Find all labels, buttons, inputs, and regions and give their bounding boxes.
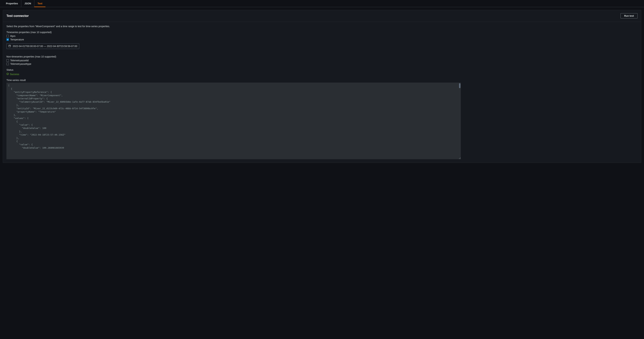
panel-header: Test connector Run test [3, 10, 641, 22]
checkbox-temperature-row[interactable]: Temperature [6, 38, 638, 41]
success-icon [6, 73, 9, 76]
run-test-button[interactable]: Run test [620, 13, 638, 18]
non-timeseries-group: Non-timeseries properties (max 10 suppor… [6, 55, 638, 65]
resize-handle-icon[interactable] [458, 157, 461, 159]
result-textarea[interactable]: [ { "entityPropertyReference": { "compon… [6, 82, 461, 159]
tab-test[interactable]: Test [34, 0, 46, 7]
svg-line-7 [460, 159, 460, 159]
checkbox-rpm[interactable] [6, 35, 9, 37]
timeseries-group: Timeseries properties (max 10 supported)… [6, 31, 638, 52]
status-label: Status [6, 68, 638, 71]
checkbox-temperature[interactable] [6, 38, 9, 41]
date-range-picker[interactable]: 2022-04-01T00:00:00-07:00 — 2022-04-30T2… [6, 44, 79, 49]
panel-title: Test connector [6, 14, 29, 18]
tab-json[interactable]: JSON [21, 0, 34, 7]
tabs-bar: Properties JSON Test [0, 0, 644, 7]
checkbox-temperature-label: Temperature [10, 38, 24, 41]
panel-body: Select the properties from "MixerCompone… [3, 22, 641, 163]
tab-properties[interactable]: Properties [3, 0, 21, 7]
checkbox-rpm-row[interactable]: Rpm [6, 35, 638, 38]
checkbox-telemetryassettype[interactable] [6, 63, 9, 65]
checkbox-rpm-label: Rpm [10, 35, 16, 38]
result-group: Time-series result [ { "entityPropertyRe… [6, 79, 638, 159]
calendar-icon [8, 44, 11, 48]
non-timeseries-label: Non-timeseries properties (max 10 suppor… [6, 55, 638, 58]
checkbox-telemetryassetid[interactable] [6, 59, 9, 62]
date-range-value: 2022-04-01T00:00:00-07:00 — 2022-04-30T2… [13, 45, 77, 48]
checkbox-telemetryassettype-label: Telemetryassettype [10, 62, 31, 65]
result-wrapper: [ { "entityPropertyReference": { "compon… [6, 82, 461, 159]
panel-description: Select the properties from "MixerCompone… [6, 25, 638, 28]
svg-rect-0 [9, 45, 10, 47]
timeseries-label: Timeseries properties (max 10 supported) [6, 31, 638, 34]
status-value: Success [6, 73, 19, 76]
status-group: Status Success [6, 68, 638, 76]
checkbox-telemetryassetid-label: Telemetryassetid [10, 59, 28, 62]
result-scrollbar[interactable] [459, 83, 460, 88]
test-connector-panel: Test connector Run test Select the prope… [3, 10, 641, 163]
result-label: Time-series result [6, 79, 638, 82]
status-text: Success [10, 73, 19, 76]
checkbox-telemetryassetid-row[interactable]: Telemetryassetid [6, 59, 638, 62]
checkbox-telemetryassettype-row[interactable]: Telemetryassettype [6, 62, 638, 65]
